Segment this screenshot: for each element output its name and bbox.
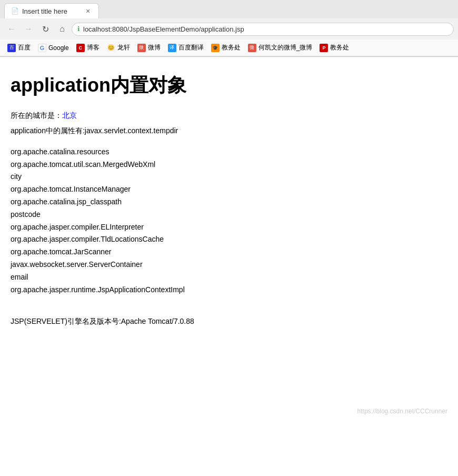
attrs-header: application中的属性有:javax.servlet.context.t…	[11, 126, 178, 135]
jiaowu2-icon: P	[320, 44, 328, 52]
browser-tab[interactable]: 📄 Insert title here ×	[4, 3, 99, 18]
bookmark-weibo1-label: 微博	[148, 43, 161, 52]
weibo2-icon: 微	[248, 44, 256, 52]
nav-bar: ← → ↻ ⌂ ℹ localhost:8080/JspBaseElementD…	[0, 18, 458, 39]
attribute-item: javax.websocket.server.ServerContainer	[11, 259, 447, 271]
bookmark-google-label: Google	[48, 44, 69, 52]
baidu-icon: 百	[7, 44, 16, 52]
bookmark-jiaowu2[interactable]: P 教务处	[316, 42, 352, 54]
page-content: application内置对象 所在的城市是：北京 application中的属…	[0, 57, 458, 425]
city-value: 北京	[62, 111, 77, 120]
forward-button[interactable]: →	[21, 22, 36, 36]
attribute-item: org.apache.jasper.compiler.TldLocationsC…	[11, 233, 447, 246]
city-line: 所在的城市是：北京	[11, 111, 447, 121]
browser-chrome: 📄 Insert title here × ← → ↻ ⌂ ℹ localhos…	[0, 0, 458, 57]
attribute-item: org.apache.tomcat.util.scan.MergedWebXml	[11, 158, 447, 171]
security-icon: ℹ	[77, 25, 80, 33]
bookmark-weibo1[interactable]: 微 微博	[134, 42, 164, 54]
attribute-item: org.apache.jasper.compiler.ELInterpreter	[11, 221, 447, 234]
bookmark-fanyi[interactable]: 译 百度翻译	[165, 42, 207, 54]
attribute-item: city	[11, 171, 447, 183]
back-button[interactable]: ←	[4, 22, 19, 36]
bookmark-csdn[interactable]: C 博客	[73, 42, 103, 54]
attribute-item: postcode	[11, 209, 447, 221]
bookmark-weibo2-label: 何凯文的微博_微博	[258, 43, 313, 52]
bookmark-fanyi-label: 百度翻译	[178, 43, 204, 52]
attribute-item: org.apache.tomcat.InstanceManager	[11, 183, 447, 196]
bookmark-jiaowu2-label: 教务处	[330, 43, 349, 52]
bookmark-google[interactable]: G Google	[35, 42, 72, 54]
tab-close-button[interactable]: ×	[84, 7, 92, 15]
fanyi-icon: 译	[168, 44, 176, 52]
bookmark-csdn-label: 博客	[87, 43, 99, 52]
attributes-list: org.apache.catalina.resourcesorg.apache.…	[11, 146, 447, 309]
watermark: https://blog.csdn.net/CCCrunner	[357, 408, 447, 415]
tab-title: Insert title here	[22, 7, 79, 15]
longxuan-icon: 😊	[107, 44, 115, 52]
city-label: 所在的城市是：	[11, 111, 62, 120]
servlet-line: JSP(SERVELET)引擎名及版本号:Apache Tomcat/7.0.8…	[11, 317, 447, 326]
bookmark-baidu[interactable]: 百 百度	[4, 42, 34, 54]
tab-icon: 📄	[11, 7, 19, 15]
attributes-section: application中的属性有:javax.servlet.context.t…	[11, 125, 447, 137]
weibo1-icon: 微	[137, 44, 146, 52]
bookmarks-bar: 百 百度 G Google C 博客 😊 龙轩 微 微博 译 百度翻译	[0, 39, 458, 56]
refresh-button[interactable]: ↻	[38, 22, 53, 36]
bookmark-jiaowu1[interactable]: 🎓 教务处	[208, 42, 244, 54]
page-title: application内置对象	[11, 73, 447, 98]
attribute-item: org.apache.tomcat.JarScanner	[11, 246, 447, 259]
attribute-item: email	[11, 271, 447, 284]
address-bar[interactable]: ℹ localhost:8080/JspBaseElementDemo/appl…	[72, 23, 454, 36]
jiaowu1-icon: 🎓	[211, 44, 220, 52]
tab-bar: 📄 Insert title here ×	[0, 0, 458, 18]
bookmark-baidu-label: 百度	[18, 43, 31, 52]
google-icon: G	[38, 44, 46, 52]
address-text: localhost:8080/JspBaseElementDemo/applic…	[83, 25, 448, 33]
csdn-icon: C	[76, 44, 85, 52]
bookmark-weibo2[interactable]: 微 何凯文的微博_微博	[245, 42, 316, 54]
bookmark-longxuan-label: 龙轩	[117, 43, 130, 52]
bookmark-longxuan[interactable]: 😊 龙轩	[104, 42, 133, 54]
attribute-item: org.apache.jasper.runtime.JspApplication…	[11, 284, 447, 296]
bookmark-jiaowu1-label: 教务处	[222, 43, 241, 52]
home-button[interactable]: ⌂	[55, 22, 69, 36]
attribute-item: org.apache.catalina.resources	[11, 146, 447, 158]
attribute-item: org.apache.catalina.jsp_classpath	[11, 196, 447, 209]
